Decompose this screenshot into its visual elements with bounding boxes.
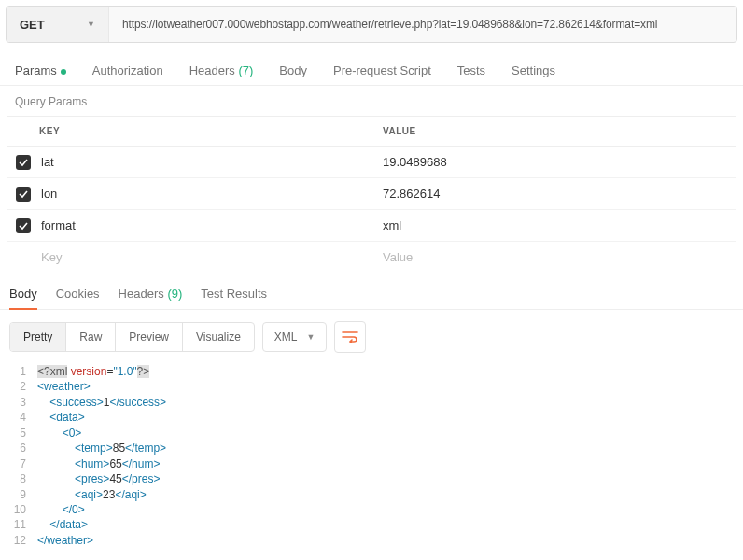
resp-tab-body[interactable]: Body — [9, 287, 37, 310]
code-line: 8 <pres>45</pres> — [9, 471, 734, 486]
line-content: <?xml version="1.0"?> — [37, 364, 149, 379]
url-input[interactable]: https://iotweather007.000webhostapp.com/… — [109, 7, 736, 42]
code-line: 2<weather> — [9, 379, 734, 394]
line-number: 10 — [9, 502, 37, 517]
wrap-lines-button[interactable] — [334, 321, 366, 353]
params-table: KEY VALUE lat 19.0489688 lon 72.862614 f… — [7, 116, 736, 273]
line-content: </data> — [37, 517, 88, 532]
line-content: </weather> — [37, 533, 93, 548]
col-key: KEY — [7, 117, 373, 146]
chevron-down-icon: ▼ — [87, 20, 95, 29]
line-content: <data> — [37, 410, 85, 425]
tab-body[interactable]: Body — [279, 63, 307, 77]
resp-tab-headers[interactable]: Headers (9) — [119, 287, 183, 309]
line-content: <0> — [37, 426, 81, 441]
line-number: 5 — [9, 426, 37, 441]
tab-prerequest[interactable]: Pre-request Script — [333, 63, 431, 77]
line-content: <hum>65</hum> — [37, 456, 160, 471]
line-content: <success>1</success> — [37, 395, 166, 410]
line-content: <weather> — [37, 379, 91, 394]
checkbox[interactable] — [16, 187, 31, 202]
tab-tests[interactable]: Tests — [457, 63, 485, 77]
code-line: 6 <temp>85</temp> — [9, 441, 734, 455]
line-number: 4 — [9, 410, 37, 425]
param-value-input[interactable]: 72.862614 — [373, 179, 736, 208]
line-number: 3 — [9, 395, 37, 410]
table-row: format xml — [7, 210, 736, 242]
line-content: <temp>85</temp> — [37, 441, 166, 455]
checkbox[interactable] — [16, 218, 31, 233]
tab-params[interactable]: Params — [15, 63, 66, 77]
dot-icon — [61, 69, 66, 75]
view-raw[interactable]: Raw — [66, 323, 116, 351]
param-key-input[interactable]: lon — [39, 179, 373, 208]
line-content: <aqi>23</aqi> — [37, 487, 147, 502]
response-toolbar: Pretty Raw Preview Visualize XML ▼ — [0, 310, 743, 364]
request-tabs: Params Authorization Headers (7) Body Pr… — [0, 49, 743, 86]
code-line: 11 </data> — [9, 517, 734, 532]
line-number: 1 — [9, 364, 37, 379]
view-mode-group: Pretty Raw Preview Visualize — [9, 322, 255, 352]
table-row: lat 19.0489688 — [7, 147, 736, 178]
line-content: </0> — [37, 502, 85, 517]
param-key-input[interactable]: lat — [39, 147, 373, 176]
table-header: KEY VALUE — [7, 116, 736, 147]
line-number: 12 — [9, 533, 37, 548]
table-row: lon 72.862614 — [7, 178, 736, 210]
code-line: 4 <data> — [9, 410, 734, 425]
line-number: 2 — [9, 379, 37, 394]
param-key-input[interactable]: format — [39, 211, 373, 240]
code-line: 9 <aqi>23</aqi> — [9, 487, 734, 502]
format-select[interactable]: XML ▼ — [262, 322, 328, 352]
tab-headers[interactable]: Headers (7) — [189, 63, 254, 77]
param-value-input[interactable]: xml — [373, 211, 736, 240]
view-visualize[interactable]: Visualize — [183, 323, 254, 351]
view-pretty[interactable]: Pretty — [10, 323, 66, 351]
param-value-input[interactable]: Value — [373, 243, 736, 272]
chevron-down-icon: ▼ — [307, 332, 315, 342]
col-value: VALUE — [373, 117, 736, 146]
tab-authorization[interactable]: Authorization — [92, 63, 163, 77]
line-content: <pres>45</pres> — [37, 471, 160, 486]
code-line: 12</weather> — [9, 533, 734, 548]
url-text: https://iotweather007.000webhostapp.com/… — [122, 18, 657, 31]
line-number: 11 — [9, 517, 37, 532]
tab-settings[interactable]: Settings — [512, 63, 555, 77]
line-number: 8 — [9, 471, 37, 486]
param-key-input[interactable]: Key — [39, 243, 373, 272]
response-tabs: Body Cookies Headers (9) Test Results — [0, 273, 743, 310]
checkbox[interactable] — [16, 155, 31, 170]
resp-tab-testresults[interactable]: Test Results — [201, 287, 267, 309]
section-title: Query Params — [0, 86, 743, 108]
code-line: 7 <hum>65</hum> — [9, 456, 734, 471]
method-select[interactable]: GET ▼ — [7, 7, 109, 42]
code-line: 5 <0> — [9, 426, 734, 441]
response-body[interactable]: 1<?xml version="1.0"?>2<weather>3 <succe… — [0, 364, 743, 560]
line-number: 7 — [9, 456, 37, 471]
code-line: 10 </0> — [9, 502, 734, 517]
request-bar: GET ▼ https://iotweather007.000webhostap… — [6, 6, 737, 43]
line-number: 6 — [9, 441, 37, 455]
code-line: 3 <success>1</success> — [9, 395, 734, 410]
view-preview[interactable]: Preview — [116, 323, 183, 351]
table-row: Key Value — [7, 242, 736, 273]
resp-tab-cookies[interactable]: Cookies — [56, 287, 100, 309]
param-value-input[interactable]: 19.0489688 — [373, 147, 736, 176]
line-number: 9 — [9, 487, 37, 502]
code-line: 1<?xml version="1.0"?> — [9, 364, 734, 379]
wrap-icon — [342, 330, 358, 343]
method-label: GET — [20, 18, 45, 32]
